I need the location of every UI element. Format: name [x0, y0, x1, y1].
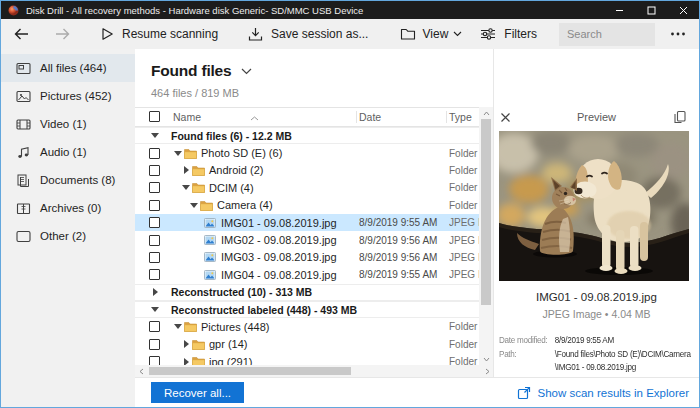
resume-scanning-button[interactable]: Resume scanning — [101, 27, 218, 41]
collapse-arrow-icon[interactable] — [180, 185, 192, 190]
row-checkbox[interactable] — [149, 200, 160, 211]
tree-row[interactable]: Camera (4)Folder — [135, 197, 480, 214]
folder-icon — [184, 321, 197, 332]
tree-row[interactable]: Photo SD (E) (6)Folder — [135, 144, 480, 161]
audio-icon — [15, 146, 31, 159]
tree-row[interactable]: IMG03 - 09.08.2019.jpg8/9/2019 9:56 AMJP… — [135, 249, 480, 266]
tree-row[interactable]: IMG04 - 09.08.2019.jpg8/9/2019 9:55 AMJP… — [135, 266, 480, 283]
tree-group-row[interactable]: Reconstructed (10) - 313 MB — [135, 284, 480, 301]
copy-icon[interactable] — [673, 110, 686, 124]
row-date: 8/9/2019 9:55 AM — [359, 269, 449, 280]
list-title-chevron-icon[interactable] — [241, 68, 252, 75]
list-subtitle: 464 files / 819 MB — [151, 87, 493, 99]
tree-row[interactable]: gpr (14)Folder — [135, 336, 480, 353]
date-modified-value: 8/9/2019 9:55 AM — [555, 334, 614, 348]
chevron-down-icon — [453, 31, 462, 37]
select-all-checkbox[interactable] — [149, 111, 160, 122]
minimize-button[interactable] — [603, 1, 635, 19]
filters-icon — [480, 27, 496, 41]
row-type: JPEG Image — [449, 269, 480, 280]
collapse-arrow-icon[interactable] — [149, 133, 161, 138]
bottom-bar: Recover all... Show scan results in Expl… — [135, 377, 699, 407]
folder-icon — [192, 356, 205, 365]
tree-row[interactable]: Pictures (448)Folder — [135, 318, 480, 335]
folder-icon — [192, 182, 205, 193]
row-name: Reconstructed (10) - 313 MB — [171, 286, 312, 298]
image-icon — [204, 270, 217, 280]
vscroll-thumb[interactable] — [481, 119, 491, 305]
expand-arrow-icon[interactable] — [149, 288, 161, 296]
maximize-button[interactable] — [635, 1, 667, 19]
row-type: Folder — [449, 148, 480, 159]
sidebar-item-video[interactable]: Video (1) — [1, 110, 135, 138]
toolbar: Resume scanning Save session as... View … — [1, 19, 699, 49]
table-header: Name Date Type — [135, 107, 493, 127]
collapse-arrow-icon[interactable] — [188, 203, 200, 208]
row-checkbox[interactable] — [149, 182, 160, 193]
tree-row[interactable]: jpg (291)Folder — [135, 353, 480, 365]
expand-arrow-icon[interactable] — [180, 340, 192, 348]
row-type: Folder — [449, 321, 480, 332]
sidebar-item-label: Video (1) — [40, 118, 86, 130]
column-name[interactable]: Name — [135, 111, 359, 123]
show-in-explorer-link[interactable]: Show scan results in Explorer — [517, 386, 689, 400]
vertical-scrollbar[interactable] — [479, 107, 493, 365]
tree-group-row[interactable]: Reconstructed labeled (448) - 493 MB — [135, 301, 480, 318]
row-date: 8/9/2019 9:55 AM — [359, 217, 449, 228]
row-checkbox[interactable] — [149, 252, 160, 263]
preview-file-name: IMG01 - 09.08.2019.jpg — [494, 291, 699, 303]
tree-group-row[interactable]: Found files (6) - 12.2 MB — [135, 127, 480, 144]
row-name: Camera (4) — [217, 199, 273, 211]
sidebar-item-archives[interactable]: Archives (0) — [1, 194, 135, 222]
horizontal-scrollbar[interactable] — [135, 365, 493, 377]
sidebar-item-documents[interactable]: Documents (8) — [1, 166, 135, 194]
row-checkbox[interactable] — [149, 165, 160, 176]
archives-icon — [15, 202, 31, 215]
search-input[interactable] — [559, 23, 655, 46]
sidebar-item-pictures[interactable]: Pictures (452) — [1, 82, 135, 110]
all-files-icon — [15, 62, 31, 75]
save-session-button[interactable]: Save session as... — [248, 27, 368, 42]
row-type: Folder — [449, 339, 480, 350]
back-button[interactable] — [13, 27, 30, 41]
preview-file-meta: JPEG Image • 4.04 MB — [494, 308, 699, 320]
row-name: Found files (6) - 12.2 MB — [171, 130, 292, 142]
row-type: JPEG Image — [449, 235, 480, 246]
tree-row[interactable]: DCIM (4)Folder — [135, 179, 480, 196]
preview-close-icon[interactable] — [500, 112, 511, 123]
hscroll-thumb[interactable] — [149, 367, 351, 375]
sidebar-item-audio[interactable]: Audio (1) — [1, 138, 135, 166]
row-checkbox[interactable] — [149, 356, 160, 365]
row-checkbox[interactable] — [149, 269, 160, 280]
sidebar-item-all[interactable]: All files (464) — [1, 54, 135, 82]
close-button[interactable] — [667, 1, 699, 19]
sidebar-item-other[interactable]: Other (2) — [1, 222, 135, 250]
row-checkbox[interactable] — [149, 339, 160, 350]
preview-title: Preview — [494, 111, 699, 123]
more-options-button[interactable] — [665, 31, 691, 37]
view-button[interactable]: View — [400, 27, 463, 41]
recover-all-button[interactable]: Recover all... — [151, 382, 244, 403]
column-date[interactable]: Date — [359, 111, 449, 123]
tree-row[interactable]: Android (2)Folder — [135, 162, 480, 179]
preview-image — [499, 131, 689, 281]
sidebar-item-label: Pictures (452) — [40, 90, 112, 102]
folder-icon — [192, 339, 205, 350]
row-checkbox[interactable] — [149, 148, 160, 159]
collapse-arrow-icon[interactable] — [172, 151, 184, 156]
row-name: gpr (14) — [209, 338, 248, 350]
row-checkbox[interactable] — [149, 235, 160, 246]
filters-button[interactable]: Filters — [480, 27, 537, 41]
row-checkbox[interactable] — [149, 217, 160, 228]
collapse-arrow-icon[interactable] — [172, 324, 184, 329]
expand-arrow-icon[interactable] — [180, 166, 192, 174]
row-checkbox[interactable] — [149, 321, 160, 332]
tree-row[interactable]: IMG02 - 09.08.2019.jpg8/9/2019 9:56 AMJP… — [135, 231, 480, 248]
expand-arrow-icon[interactable] — [180, 358, 192, 365]
row-name: Android (2) — [209, 164, 263, 176]
forward-button[interactable] — [54, 27, 71, 41]
collapse-arrow-icon[interactable] — [149, 307, 161, 312]
app-window: Disk Drill - All recovery methods - Hard… — [0, 0, 700, 408]
tree-row[interactable]: IMG01 - 09.08.2019.jpg8/9/2019 9:55 AMJP… — [135, 214, 480, 231]
row-name: jpg (291) — [209, 356, 252, 365]
